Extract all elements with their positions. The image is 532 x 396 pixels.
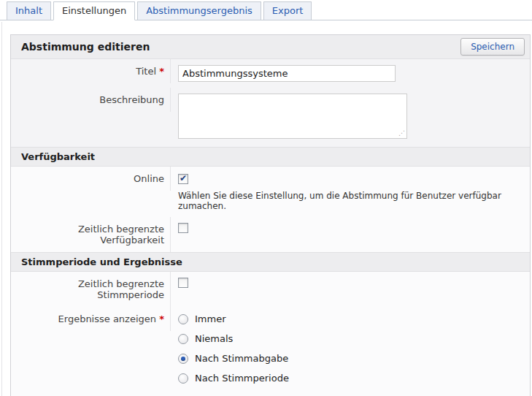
- online-label: Online: [11, 167, 171, 191]
- radio-option-nach-stimmabgabe[interactable]: Nach Stimmabgabe: [178, 353, 523, 364]
- zeitlich-verfuegbarkeit-label: Zeitlich begrenzte Verfügbarkeit: [11, 217, 171, 252]
- ergebnisse-anzeigen-label-text: Ergebnisse anzeigen: [58, 313, 157, 324]
- radio-button-icon[interactable]: [178, 314, 188, 324]
- tab-export[interactable]: Export: [263, 1, 312, 20]
- online-field-cell: ✔ Wählen Sie diese Einstellung, um die A…: [171, 167, 530, 217]
- radio-label-immer[interactable]: Immer: [195, 313, 226, 324]
- edit-poll-panel: Abstimmung editieren Speichern Titel * B…: [10, 34, 531, 396]
- radio-label-nach-stimmperiode[interactable]: Nach Stimmperiode: [195, 373, 289, 384]
- radio-button-icon[interactable]: [178, 354, 188, 364]
- radio-option-immer[interactable]: Immer: [178, 313, 523, 324]
- titel-row: Titel *: [11, 59, 530, 88]
- zeitlich-verfuegbarkeit-checkbox[interactable]: ✔: [178, 223, 188, 233]
- tab-inhalt[interactable]: Inhalt: [7, 1, 51, 20]
- panel-title: Abstimmung editieren: [16, 41, 150, 53]
- checkmark-icon: ✔: [180, 173, 187, 183]
- zeitlich-stimmperiode-label: Zeitlich begrenzte Stimmperiode: [11, 272, 171, 307]
- ergebnisse-anzeigen-label: Ergebnisse anzeigen *: [11, 307, 171, 331]
- radio-option-nach-stimmperiode[interactable]: Nach Stimmperiode: [178, 373, 523, 384]
- section-verfuegbarkeit-rows: Online ✔ Wählen Sie diese Einstellung, u…: [11, 167, 530, 252]
- zeitlich-stimmperiode-field-cell: ✔: [171, 272, 530, 300]
- section-title-verfuegbarkeit: Verfügbarkeit: [11, 147, 530, 167]
- titel-input[interactable]: [178, 65, 396, 82]
- zeitlich-verfuegbarkeit-field-cell: ✔: [171, 217, 530, 247]
- ergebnisse-anzeigen-row: Ergebnisse anzeigen * Immer Niemals Nach…: [11, 307, 530, 396]
- beschreibung-field-cell: ⋰: [171, 88, 530, 147]
- tab-abstimmungsergebnis[interactable]: Abstimmungsergebnis: [137, 1, 261, 20]
- section-title-stimmperiode: Stimmperiode und Ergebnisse: [11, 252, 530, 272]
- ergebnisse-anzeigen-field-cell: Immer Niemals Nach Stimmabgabe Nach Stim…: [171, 307, 530, 396]
- zeitlich-stimmperiode-checkbox[interactable]: ✔: [178, 278, 188, 288]
- save-button-top[interactable]: Speichern: [460, 38, 525, 56]
- beschreibung-textarea[interactable]: [178, 94, 407, 139]
- tab-einstellungen[interactable]: Einstellungen: [53, 1, 135, 20]
- beschreibung-row: Beschreibung ⋰: [11, 88, 530, 147]
- panel-header: Abstimmung editieren Speichern: [11, 35, 530, 59]
- zeitlich-verfuegbarkeit-row: Zeitlich begrenzte Verfügbarkeit ✔: [11, 217, 530, 252]
- online-checkbox[interactable]: ✔: [178, 174, 188, 184]
- required-asterisk: *: [159, 313, 164, 324]
- radio-button-icon[interactable]: [178, 373, 188, 384]
- titel-field-cell: [171, 59, 530, 88]
- beschreibung-label: Beschreibung: [11, 88, 171, 112]
- titel-label-text: Titel: [136, 66, 156, 77]
- zeitlich-stimmperiode-row: Zeitlich begrenzte Stimmperiode ✔: [11, 272, 530, 307]
- radio-label-niemals[interactable]: Niemals: [195, 333, 233, 344]
- online-row: Online ✔ Wählen Sie diese Einstellung, u…: [11, 167, 530, 217]
- required-asterisk: *: [159, 66, 164, 77]
- content-frame-border: [1, 22, 2, 396]
- tab-bar: Inhalt Einstellungen Abstimmungsergebnis…: [0, 0, 532, 20]
- online-help-text: Wählen Sie diese Einstellung, um die Abs…: [178, 191, 523, 211]
- radio-label-nach-stimmabgabe[interactable]: Nach Stimmabgabe: [195, 353, 288, 364]
- titel-label: Titel *: [11, 59, 171, 83]
- section-stimmperiode-rows: Zeitlich begrenzte Stimmperiode ✔ Ergebn…: [11, 272, 530, 396]
- radio-option-niemals[interactable]: Niemals: [178, 333, 523, 344]
- radio-button-icon[interactable]: [178, 334, 188, 344]
- section-general-rows: Titel * Beschreibung ⋰: [11, 59, 530, 147]
